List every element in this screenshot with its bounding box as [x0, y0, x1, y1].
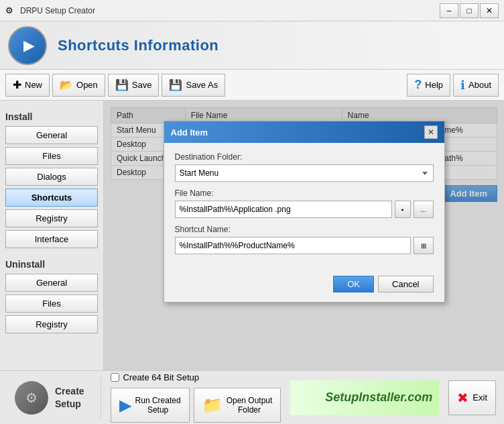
- cancel-button[interactable]: Cancel: [378, 276, 433, 293]
- bottom-bar: ⚙ CreateSetup Create 64 Bit Setup ▶ Run …: [0, 370, 504, 424]
- open-output-folder-button[interactable]: 📁 Open Output Folder: [194, 388, 281, 423]
- run-icon: ▶: [119, 396, 131, 415]
- save-icon: 💾: [115, 78, 129, 91]
- filename-input[interactable]: [175, 201, 392, 218]
- about-icon: ℹ: [460, 78, 465, 93]
- saveas-button[interactable]: 💾 Save As: [162, 74, 225, 97]
- create-64bit-row: Create 64 Bit Setup: [111, 372, 281, 382]
- destination-folder-wrapper: Start Menu Desktop Quick Launch: [175, 164, 434, 189]
- sidebar-item-uninstall-general[interactable]: General: [5, 274, 98, 292]
- saveas-icon: 💾: [169, 78, 182, 91]
- minimize-button[interactable]: –: [440, 3, 458, 18]
- about-button[interactable]: ℹ About: [453, 74, 499, 97]
- sidebar-item-uninstall-registry[interactable]: Registry: [5, 315, 98, 333]
- sidebar-item-registry[interactable]: Registry: [5, 209, 98, 227]
- sidebar-item-general[interactable]: General: [5, 126, 98, 144]
- filename-input-row: ▪ ...: [175, 201, 434, 218]
- destination-folder-label: Destination Folder:: [175, 152, 434, 162]
- filename-label: File Name:: [175, 189, 434, 198]
- header-title: Shortcuts Information: [58, 37, 218, 54]
- help-button[interactable]: ? Help: [407, 74, 450, 97]
- setupinstaller-logo: SetupInstaller.com: [290, 380, 439, 415]
- about-label: About: [468, 80, 491, 90]
- exit-button[interactable]: ✖ Exit: [448, 380, 496, 415]
- main-layout: Install General Files Dialogs Shortcuts …: [0, 101, 504, 370]
- close-button[interactable]: ✕: [480, 3, 499, 18]
- sidebar-item-shortcuts[interactable]: Shortcuts: [5, 189, 98, 207]
- open-output-folder-label: Open Output Folder: [227, 396, 273, 415]
- folder-icon: 📁: [202, 396, 223, 415]
- create-64bit-checkbox[interactable]: [111, 373, 119, 382]
- run-created-setup-button[interactable]: ▶ Run Created Setup: [111, 388, 190, 423]
- install-section-label: Install: [5, 111, 98, 122]
- modal-titlebar: Add Item ✕: [164, 121, 444, 143]
- app-icon: ⚙: [5, 5, 16, 16]
- bottom-separator: [101, 378, 101, 418]
- open-icon: 📂: [60, 78, 73, 91]
- add-item-modal: Add Item ✕ Destination Folder: Start Men…: [164, 121, 445, 303]
- run-created-setup-label: Run Created Setup: [135, 396, 181, 415]
- content-area: Path File Name Name Start Menu %InstallP…: [104, 101, 504, 370]
- modal-overlay: Add Item ✕ Destination Folder: Start Men…: [104, 101, 504, 370]
- ok-button[interactable]: OK: [333, 276, 374, 293]
- sidebar-item-files[interactable]: Files: [5, 147, 98, 165]
- help-label: Help: [425, 80, 443, 90]
- exit-icon: ✖: [457, 390, 468, 406]
- shortcut-name-input[interactable]: [175, 237, 411, 254]
- header-logo: [8, 26, 47, 65]
- modal-close-button[interactable]: ✕: [424, 125, 438, 139]
- sidebar: Install General Files Dialogs Shortcuts …: [0, 101, 104, 370]
- create-setup-button[interactable]: ⚙ CreateSetup: [8, 377, 91, 419]
- open-button[interactable]: 📂 Open: [52, 74, 105, 97]
- exit-label: Exit: [472, 392, 487, 403]
- title-bar: ⚙ DRPU Setup Creator – □ ✕: [0, 0, 504, 21]
- help-icon: ?: [414, 78, 422, 92]
- create-setup-label: CreateSetup: [55, 385, 84, 409]
- title-controls: – □ ✕: [440, 3, 499, 18]
- shortcut-name-input-row: ⊞: [175, 237, 434, 254]
- sidebar-item-dialogs[interactable]: Dialogs: [5, 168, 98, 186]
- shortcut-name-browse-btn[interactable]: ⊞: [414, 237, 434, 254]
- sidebar-item-interface[interactable]: Interface: [5, 230, 98, 248]
- save-button[interactable]: 💾 Save: [108, 74, 160, 97]
- save-label: Save: [132, 80, 152, 90]
- maximize-button[interactable]: □: [460, 3, 479, 18]
- modal-title: Add Item: [171, 127, 208, 138]
- destination-folder-select[interactable]: Start Menu Desktop Quick Launch: [175, 164, 434, 182]
- filename-browse-btn1[interactable]: ▪: [395, 201, 411, 218]
- modal-body: Destination Folder: Start Menu Desktop Q…: [164, 143, 444, 270]
- new-button[interactable]: ✚ New: [5, 74, 50, 97]
- new-label: New: [25, 80, 42, 90]
- filename-browse-btn2[interactable]: ...: [414, 201, 434, 218]
- create-64bit-label: Create 64 Bit Setup: [123, 372, 199, 382]
- header: Shortcuts Information: [0, 21, 504, 70]
- create-setup-icon: ⚙: [15, 381, 48, 415]
- modal-footer: OK Cancel: [164, 270, 444, 302]
- setupinstaller-text: SetupInstaller.com: [325, 390, 432, 405]
- sidebar-item-uninstall-files[interactable]: Files: [5, 295, 98, 313]
- toolbar: ✚ New 📂 Open 💾 Save 💾 Save As ? Help ℹ A…: [0, 70, 504, 101]
- title-bar-text: DRPU Setup Creator: [20, 6, 440, 15]
- new-icon: ✚: [13, 78, 21, 91]
- saveas-label: Save As: [186, 80, 218, 90]
- uninstall-section-label: Uninstall: [5, 259, 98, 270]
- shortcut-name-label: Shortcut Name:: [175, 225, 434, 234]
- open-label: Open: [76, 80, 98, 90]
